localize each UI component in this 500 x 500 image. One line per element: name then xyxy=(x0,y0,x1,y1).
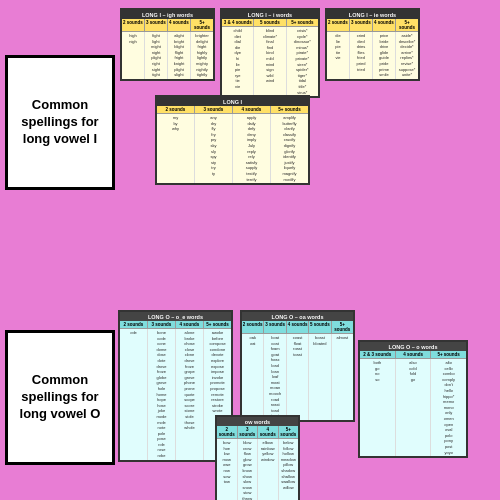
col-header-3s: 3 sounds xyxy=(350,19,373,31)
word: wind xyxy=(256,78,283,84)
col-header-4s: 4 sounds xyxy=(168,19,191,31)
word: tried xyxy=(352,67,370,73)
card-ie: LONG I – ie words 2 sounds 3 sounds 4 so… xyxy=(325,8,420,81)
word: terrify xyxy=(235,177,268,183)
col-li-4s: any dry fly fry pry sky sly spy sty try … xyxy=(195,114,233,183)
col-oa-3s: boat coat foam goat hoax load loan loaf … xyxy=(264,334,286,420)
card-ie-body: die lie pie tie vie cried died dries fli… xyxy=(327,32,418,79)
word: vie xyxy=(329,55,347,61)
card-ow-header: ow words xyxy=(217,417,298,426)
card-ow: ow words 2 sounds 3 sounds 4 sounds 5+ s… xyxy=(215,415,300,500)
card-long-o-subheader: 2 & 3 sounds 4 sounds 5+ sounds xyxy=(360,351,466,359)
word: yoyo xyxy=(433,450,464,456)
word: wrote xyxy=(206,408,229,414)
card-i-words: LONG I – i words 3 & 4 sounds 5 sounds 5… xyxy=(220,8,320,98)
word: smile xyxy=(375,72,393,78)
word: window xyxy=(260,457,276,463)
col-header-5s: 5+ sounds xyxy=(431,351,466,358)
col-header-5ps: 5+ sounds xyxy=(332,321,353,333)
col-ie-3s: cried died dries flies fried pried tried xyxy=(350,32,373,79)
col-i-34s: child diet dial die dye hi lie pie rye t… xyxy=(222,27,254,96)
card-long-o: LONG O – o words 2 & 3 sounds 4 sounds 5… xyxy=(358,340,468,458)
col-header-2s: 2 sounds xyxy=(327,19,350,31)
word: slight xyxy=(170,72,188,78)
col-header-4s: 4 sounds xyxy=(373,19,396,31)
word: tow xyxy=(219,479,235,485)
label-vowel-o: Common spellings for long vowel O xyxy=(5,330,115,465)
col-oa-5ps: almost xyxy=(332,334,353,420)
col-oe-3s: bone code cone dome dose dote drove froz… xyxy=(148,329,176,460)
word: decide* xyxy=(398,44,416,50)
label-vowel-o-text: Common spellings for long vowel O xyxy=(14,372,106,423)
col-igh-5s: brighter delight fright highly lightly m… xyxy=(191,32,213,79)
col-header-2s: 2 sounds xyxy=(217,426,238,438)
word: go xyxy=(398,377,429,383)
col-i-5s: blind climate* final find kind mild mind… xyxy=(254,27,286,96)
col-header-4s: 4 sounds xyxy=(176,321,204,328)
col-oa-2s: oak oat xyxy=(242,334,264,420)
card-igh: LONG I – igh words 2 sounds 3 sounds 4 s… xyxy=(120,8,215,81)
col-oa-4s: coast float roast toast xyxy=(287,334,309,420)
col-i-5ps: crisis* cycle* dinosaur* minus* pirate* … xyxy=(287,27,318,96)
col-header-5s: 5+ sounds xyxy=(396,19,418,31)
word: shadow xyxy=(281,468,297,474)
card-i-header: LONG I – i words xyxy=(222,10,318,19)
card-i-body: child diet dial die dye hi lie pie rye t… xyxy=(222,27,318,96)
word: toast xyxy=(289,352,306,358)
word: bloated xyxy=(311,341,328,347)
col-li-3s: my by why xyxy=(157,114,195,183)
word: so xyxy=(362,377,393,383)
col-header-3s: 3 sounds xyxy=(145,19,168,31)
word: hollow xyxy=(281,451,297,457)
col-lo-23s: both go no so xyxy=(360,359,396,456)
col-header-2s: 2 sounds xyxy=(120,321,148,328)
col-ow-4s: elbow rainbow yellow window xyxy=(258,439,279,500)
label-vowel-i-text: Common spellings for long vowel I xyxy=(14,97,106,148)
word: throw xyxy=(240,496,256,500)
col-li-5ps: amplify butterfly clarify classify cruci… xyxy=(271,114,308,183)
card-long-i-subheader: 2 sounds 3 sounds 4 sounds 5+ sounds xyxy=(157,106,308,114)
col-header-4s: 3 sounds xyxy=(195,106,233,113)
col-header-23s: 2 & 3 sounds xyxy=(360,351,396,358)
card-long-i: LONG I 2 sounds 3 sounds 4 sounds 5+ sou… xyxy=(155,95,310,185)
col-header-5s: 5+ sounds xyxy=(204,321,231,328)
col-header-4s: 4 sounds xyxy=(258,426,279,438)
word: why xyxy=(159,126,192,132)
main-container: Common spellings for long vowel I Common… xyxy=(0,0,500,500)
col-header-4s: 4 sounds xyxy=(396,351,432,358)
col-header-5ps: 5+ sounds xyxy=(287,19,318,26)
word: tight xyxy=(147,72,165,78)
col-header-3s: 3 sounds xyxy=(264,321,286,333)
col-oe-4s: alone broke chose close clone drove froz… xyxy=(176,329,204,460)
card-oa: LONG O – oa words 2 sounds 3 sounds 4 so… xyxy=(240,310,355,422)
col-header-3s: 2 sounds xyxy=(157,106,195,113)
card-oe-header: LONG O – o_e words xyxy=(120,312,231,321)
word: nigh xyxy=(124,39,142,45)
col-ow-3s: blow crow flow glow grow know show slow … xyxy=(238,439,259,500)
word: yellow xyxy=(260,451,276,457)
card-ow-subheader: 2 sounds 3 sounds 4 sounds 5+ sounds xyxy=(217,426,298,439)
word: compose xyxy=(206,341,229,347)
col-header-4s: 4 sounds xyxy=(287,321,309,333)
card-ow-body: bow hoe low mow owe row sow tow blow cro… xyxy=(217,439,298,500)
word: ode xyxy=(122,330,145,336)
col-ow-5s: below follow hollow meadow pillow shadow… xyxy=(279,439,299,500)
col-igh-4s: alight bright blight flight fright knigh… xyxy=(168,32,191,79)
word: oat xyxy=(244,341,261,347)
card-oa-subheader: 2 sounds 3 sounds 4 sounds 5 sounds 5+ s… xyxy=(242,321,353,334)
col-ie-4s: price bride drive glide guide pride prim… xyxy=(373,32,396,79)
col-igh-2s: high nigh xyxy=(122,32,145,79)
col-oe-2s: ode xyxy=(120,329,148,460)
col-header-5s: 5 sounds xyxy=(309,321,331,333)
col-header-34s: 3 & 4 sounds xyxy=(222,19,254,26)
card-long-i-body: my by why any dry fly fry pry sky sly sp… xyxy=(157,114,308,183)
col-oa-5s: boast bloated xyxy=(309,334,331,420)
card-oa-header: LONG O – oa words xyxy=(242,312,353,321)
card-igh-header: LONG I – igh words xyxy=(122,10,213,19)
col-header-2s: 2 sounds xyxy=(242,321,264,333)
card-i-subheader: 3 & 4 sounds 5 sounds 5+ sounds xyxy=(222,19,318,27)
word: willow xyxy=(281,485,297,491)
card-long-i-header: LONG I xyxy=(157,97,308,106)
col-lo-5s: alto cello combo comply don't hello hipp… xyxy=(431,359,466,456)
word: almost xyxy=(334,335,351,341)
